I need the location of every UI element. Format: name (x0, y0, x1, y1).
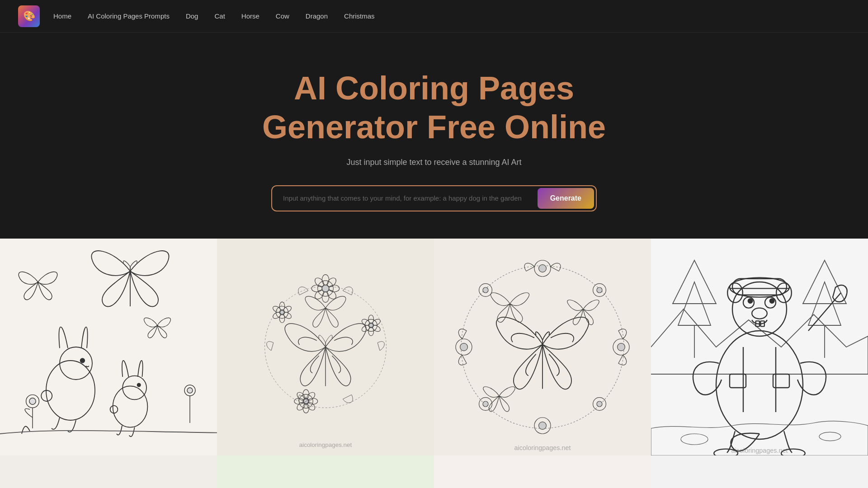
svg-point-61 (539, 422, 547, 429)
svg-point-69 (597, 287, 602, 293)
nav-horse[interactable]: Horse (235, 9, 266, 23)
svg-point-89 (770, 299, 774, 303)
svg-point-8 (137, 383, 141, 386)
gallery-item-8[interactable] (651, 455, 868, 488)
svg-point-14 (187, 388, 193, 393)
gallery-item-3[interactable]: aicoloringpages.net (434, 239, 651, 455)
site-logo[interactable]: 🎨 (18, 5, 40, 27)
hero-title-line1: AI Coloring Pages (262, 69, 606, 108)
svg-point-59 (539, 264, 547, 272)
gallery-item-4[interactable]: aicoloringpages.net (651, 239, 868, 455)
svg-point-88 (748, 299, 753, 303)
svg-point-65 (618, 343, 625, 351)
hero-title-line2: Generator Free Online (262, 108, 606, 146)
svg-point-73 (597, 401, 602, 407)
svg-point-11 (29, 398, 36, 404)
svg-text:aicoloringpages.net: aicoloringpages.net (514, 444, 571, 451)
svg-point-4 (80, 358, 85, 363)
nav-ai-coloring[interactable]: AI Coloring Pages Prompts (81, 9, 176, 23)
nav-home[interactable]: Home (47, 9, 78, 23)
svg-point-71 (483, 401, 488, 407)
svg-point-63 (460, 343, 468, 351)
nav-cat[interactable]: Cat (208, 9, 231, 23)
gallery-item-2[interactable]: aicoloringpages.net (217, 239, 434, 455)
search-container: Generate (271, 185, 597, 211)
gallery-item-6[interactable] (217, 455, 434, 488)
hero-title: AI Coloring Pages Generator Free Online (262, 69, 606, 147)
navbar: 🎨 Home AI Coloring Pages Prompts Dog Cat… (0, 0, 868, 33)
svg-rect-76 (651, 239, 868, 455)
nav-dog[interactable]: Dog (179, 9, 205, 23)
gallery-item-1[interactable] (0, 239, 217, 455)
nav-christmas[interactable]: Christmas (338, 9, 381, 23)
generate-button[interactable]: Generate (538, 188, 594, 209)
gallery-item-5[interactable] (0, 455, 217, 488)
svg-point-67 (483, 287, 488, 293)
logo-emoji: 🎨 (23, 10, 35, 22)
gallery-item-7[interactable] (434, 455, 651, 488)
hero-subtitle: Just input simple text to receive a stun… (346, 158, 521, 167)
gallery-section: aicoloringpages.net (0, 239, 868, 488)
nav-cow[interactable]: Cow (269, 9, 296, 23)
nav-dragon[interactable]: Dragon (299, 9, 334, 23)
svg-text:aicoloringpages.net: aicoloringpages.net (299, 441, 352, 448)
svg-text:aicoloringpages.net: aicoloringpages.net (731, 447, 788, 454)
hero-section: AI Coloring Pages Generator Free Online … (0, 33, 868, 239)
nav-links: Home AI Coloring Pages Prompts Dog Cat H… (47, 9, 381, 23)
search-input[interactable] (279, 189, 538, 207)
